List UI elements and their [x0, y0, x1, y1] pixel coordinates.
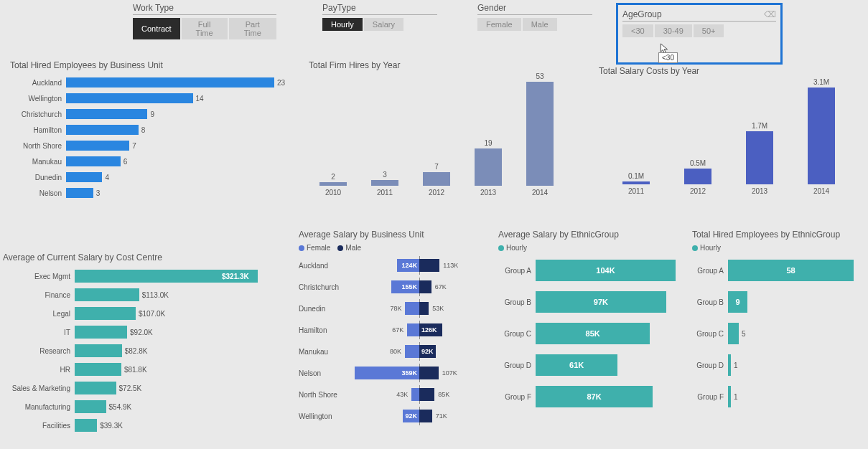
- salary-cc-bar: [75, 363, 121, 376]
- salary-cc-row[interactable]: Manufacturing$54.9K: [0, 397, 287, 416]
- chart-salary-by-cc[interactable]: Average of Current Salary by Cost Centre…: [0, 252, 287, 435]
- salarycost-year-col[interactable]: 1.7M2013: [744, 122, 775, 195]
- hired-ethnic-row[interactable]: Group B9: [692, 286, 862, 318]
- slicer-workType-option-0[interactable]: Contract: [133, 18, 180, 39]
- chart-salary-by-ethnic[interactable]: Average Salary by EthnicGroup Hourly Gro…: [498, 230, 686, 412]
- salary-cc-bar: [75, 400, 106, 413]
- slicer-worktype-title: Work Type: [133, 3, 276, 15]
- salary-ethnic-row[interactable]: Group A104K: [498, 255, 686, 286]
- salary-ethnic-bar: 85K: [536, 323, 650, 344]
- salary-cc-bar: [75, 307, 136, 320]
- hired-bu-row[interactable]: Manukau6: [10, 153, 297, 169]
- salarycost-year-col[interactable]: 3.1M2014: [806, 78, 837, 195]
- hires-year-col[interactable]: 192013: [472, 139, 504, 197]
- slicer-gender-option-1[interactable]: Male: [523, 18, 557, 31]
- chart-salary-by-bu-title: Average Salary by Business Unit: [299, 230, 491, 240]
- salary-bu-row[interactable]: Dunedin78K53K: [299, 298, 491, 319]
- hired-bu-row[interactable]: Christchurch9: [10, 106, 297, 122]
- salary-cc-row[interactable]: Sales & Marketing$72.5K: [0, 379, 287, 397]
- hires-year-value: 3: [383, 171, 387, 179]
- chart-salary-by-bu[interactable]: Average Salary by Business Unit Female M…: [299, 230, 491, 427]
- salary-cc-label: HR: [0, 366, 75, 374]
- slicer-payType-option-1[interactable]: Salary: [364, 18, 403, 31]
- hired-ethnic-label: Group D: [692, 361, 728, 369]
- salary-bu-male-bar: [419, 280, 431, 293]
- salary-bu-row[interactable]: Hamilton67K126K: [299, 319, 491, 341]
- hires-year-col[interactable]: 72012: [421, 163, 452, 197]
- hired-bu-bar: [66, 172, 102, 182]
- hired-bu-row[interactable]: Nelson3: [10, 185, 297, 201]
- salary-bu-female-value: 78K: [390, 305, 403, 312]
- hires-year-bar: [371, 180, 398, 186]
- slicer-agegroup-selected[interactable]: AgeGroup ⌫ <3030-4950+ <30: [616, 3, 783, 65]
- salary-cc-row[interactable]: IT$92.0K: [0, 323, 287, 341]
- salary-bu-male-bar: [419, 302, 429, 315]
- chart-hired-by-ethnic[interactable]: Total Hired Employees by EthnicGroup Hou…: [692, 230, 862, 412]
- hired-ethnic-row[interactable]: Group C5: [692, 318, 862, 349]
- salary-cc-value: $82.8K: [125, 347, 148, 355]
- hired-bu-value: 8: [141, 126, 146, 134]
- hires-year-col[interactable]: 22010: [317, 173, 349, 197]
- hires-year-col[interactable]: 32011: [369, 171, 401, 197]
- slicer-ageGroup-option-0[interactable]: <30: [622, 24, 653, 37]
- slicer-paytype-title: PayType: [322, 3, 437, 15]
- salary-bu-row[interactable]: Christchurch155K67K: [299, 276, 491, 298]
- salarycost-year-col[interactable]: 0.5M2012: [682, 159, 714, 195]
- slicer-workType-option-2[interactable]: Part Time: [229, 18, 276, 39]
- slicer-payType-option-0[interactable]: Hourly: [322, 18, 363, 31]
- chart-salary-by-cc-title: Average of Current Salary by Cost Centre: [3, 252, 287, 263]
- hired-bu-row[interactable]: Auckland23: [10, 75, 297, 90]
- salary-bu-row[interactable]: Wellington92K71K: [299, 405, 491, 427]
- salarycost-year-label: 2011: [628, 187, 644, 195]
- hired-bu-label: Hamilton: [10, 126, 66, 134]
- salary-cc-row[interactable]: Legal$107.0K: [0, 304, 287, 323]
- salary-bu-row[interactable]: Auckland124K113K: [299, 255, 491, 276]
- chart-hired-by-bu-title: Total Hired Employees by Business Unit: [10, 60, 297, 70]
- salary-bu-row[interactable]: Nelson359K107K: [299, 362, 491, 384]
- chart-hired-by-bu[interactable]: Total Hired Employees by Business Unit A…: [10, 60, 297, 201]
- hires-year-col[interactable]: 532014: [524, 72, 556, 197]
- salary-bu-label: Nelson: [299, 369, 347, 377]
- hires-year-label: 2012: [429, 189, 444, 197]
- salary-bu-row[interactable]: Manukau80K92K: [299, 341, 491, 362]
- salarycost-year-col[interactable]: 0.1M2011: [620, 172, 652, 195]
- salary-bu-male-bar: [419, 367, 439, 379]
- salary-ethnic-row[interactable]: Group C85K: [498, 318, 686, 349]
- salary-cc-row[interactable]: Exec Mgmt$321.3K: [0, 267, 287, 285]
- salarycost-year-label: 2013: [752, 187, 767, 195]
- slicer-worktype: Work Type ContractFull TimePart Time: [133, 3, 276, 39]
- salary-ethnic-bar: 87K: [536, 386, 653, 407]
- slicer-ageGroup-option-1[interactable]: 30-49: [655, 24, 692, 37]
- salarycost-year-value: 0.5M: [690, 159, 706, 167]
- hired-ethnic-row[interactable]: Group A58: [692, 255, 862, 286]
- salary-ethnic-label: Group F: [498, 393, 536, 401]
- salarycost-year-value: 1.7M: [752, 122, 767, 130]
- salary-ethnic-row[interactable]: Group D61K: [498, 349, 686, 381]
- salary-cc-row[interactable]: HR$81.8K: [0, 360, 287, 379]
- slicer-workType-option-1[interactable]: Full Time: [182, 18, 228, 39]
- hired-bu-row[interactable]: Dunedin4: [10, 169, 297, 185]
- eraser-icon[interactable]: ⌫: [764, 9, 776, 19]
- hired-bu-label: Nelson: [10, 189, 66, 197]
- hired-bu-row[interactable]: North Shore7: [10, 138, 297, 153]
- salary-cc-row[interactable]: Research$82.8K: [0, 341, 287, 360]
- chart-hired-by-ethnic-title: Total Hired Employees by EthnicGroup: [692, 230, 862, 240]
- hired-ethnic-row[interactable]: Group D1: [692, 349, 862, 381]
- hired-bu-row[interactable]: Hamilton8: [10, 122, 297, 138]
- salary-ethnic-row[interactable]: Group B97K: [498, 286, 686, 318]
- salary-cc-row[interactable]: Finance$113.0K: [0, 285, 287, 304]
- hired-bu-value: 9: [150, 110, 154, 118]
- hires-year-value: 19: [484, 139, 492, 147]
- hired-ethnic-row[interactable]: Group F1: [692, 381, 862, 412]
- salary-bu-row[interactable]: North Shore43K85K: [299, 384, 491, 405]
- salary-ethnic-row[interactable]: Group F87K: [498, 381, 686, 412]
- salary-ethnic-bar: 104K: [536, 260, 676, 281]
- salary-bu-female-bar: 359K: [355, 367, 419, 379]
- chart-salary-costs-by-year[interactable]: Total Salary Costs by Year 0.1M20110.5M2…: [599, 66, 857, 195]
- salary-cc-row[interactable]: Facilities$39.3K: [0, 416, 287, 435]
- hired-bu-row[interactable]: Wellington14: [10, 90, 297, 106]
- slicer-ageGroup-option-2[interactable]: 50+: [694, 24, 724, 37]
- chart-hires-by-year[interactable]: Total Firm Hires by Year 220103201172012…: [309, 60, 582, 197]
- salary-cc-value: $92.0K: [130, 329, 153, 336]
- slicer-gender-option-0[interactable]: Female: [477, 18, 521, 31]
